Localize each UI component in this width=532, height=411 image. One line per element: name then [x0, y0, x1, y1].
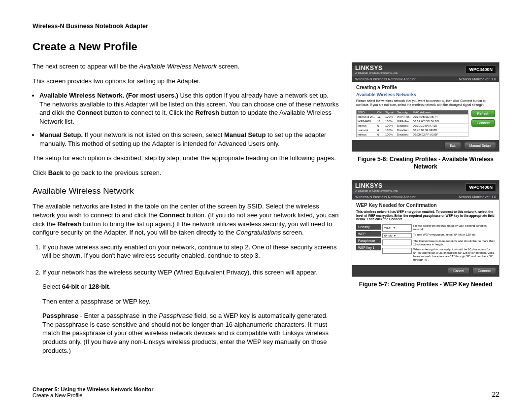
page-title: Create a New Profile	[33, 40, 499, 53]
then-enter: Then enter a passphrase or WEP key.	[42, 297, 340, 306]
wepkey1-label: WEP Key 1	[356, 245, 381, 250]
figure-5-6: LINKSYS A Division of Cisco Systems, Inc…	[352, 62, 499, 171]
table-row[interactable]: linksys6100%Disabled00:13:10:0A:47:15	[357, 123, 468, 128]
refresh-button[interactable]: Refresh	[471, 110, 495, 117]
passphrase-paragraph: Passphrase - Enter a passphrase in the P…	[42, 311, 340, 355]
passphrase-label: Passphrase	[356, 238, 381, 243]
security-select[interactable]: WEP	[382, 224, 412, 231]
figure-caption: Figure 5-7: Creating Profiles - WEP Key …	[352, 281, 499, 289]
footer-chapter: Chapter 5: Using the Wireless Network Mo…	[33, 386, 154, 392]
exit-button[interactable]: Exit	[444, 142, 461, 149]
step-1: If you have wireless security enabled on…	[42, 243, 340, 260]
table-row[interactable]: WAP4400...11100%WPA-Per...00:14:6C:DD:56…	[357, 119, 468, 123]
table-row[interactable]: linksys6100%Disabled00:C0:02:FF:A2:BF	[357, 132, 468, 137]
intro-1: The next screen to appear will be the Av…	[33, 62, 340, 71]
table-row[interactable]: linksys-g W...11100%WPA-Per...00:14:A5:5…	[357, 114, 468, 119]
figure-5-7: LINKSYS A Division of Cisco Systems, Inc…	[352, 180, 499, 288]
bullet-manual: Manual Setup. If your network is not lis…	[39, 131, 340, 148]
footer-section: Create a New Profile	[33, 392, 154, 398]
bullet-awn: Available Wireless Network. (For most us…	[39, 91, 340, 126]
connect-button[interactable]: Connect	[472, 267, 496, 274]
wep-bits-select[interactable]: 64-bit	[382, 233, 412, 238]
page-footer: Chapter 5: Using the Wireless Network Mo…	[33, 386, 499, 398]
table-row[interactable]: tsunami6100%Disabled00:40:96:34:9F:8D	[357, 128, 468, 132]
step-2: If your network has the wireless securit…	[42, 268, 340, 355]
manual-setup-button[interactable]: Manual Setup	[464, 142, 496, 149]
model-badge: WPC4400N	[466, 66, 496, 73]
intro-2: This screen provides two options for set…	[33, 77, 340, 86]
section-title: Available Wireless Networks	[356, 92, 495, 97]
brand-logo: LINKSYS	[355, 65, 383, 71]
instructions: Please select the wireless network that …	[356, 99, 495, 107]
dialog-title: Creating a Profile	[356, 85, 495, 90]
networks-table[interactable]: SSID CH Signal Security MAC Address link…	[356, 110, 468, 137]
security-label: Security	[356, 224, 381, 230]
brand-logo: LINKSYS	[355, 182, 383, 189]
sub-heading-awn: Available Wireless Network	[33, 186, 340, 197]
instructions: This wireless network has WEP encryption…	[356, 210, 495, 221]
model-badge: WPC4400N	[466, 183, 496, 191]
passphrase-input[interactable]	[382, 240, 412, 245]
figure-caption: Figure 5-6: Creating Profiles - Availabl…	[352, 156, 499, 171]
connect-button[interactable]: Connect	[471, 119, 495, 127]
page-number: 22	[492, 390, 499, 398]
cancel-button[interactable]: Cancel	[448, 267, 469, 274]
wep-label: WEP	[356, 231, 381, 237]
click-back: Click Back to go back to the previous sc…	[33, 169, 340, 177]
setup-line: The setup for each option is described, …	[33, 154, 340, 163]
wepkey1-input[interactable]	[382, 248, 412, 254]
awn-paragraph: The available networks are listed in the…	[33, 202, 340, 237]
select-bits: Select 64-bit or 128-bit.	[42, 282, 340, 291]
doc-header: Wireless-N Business Notebook Adapter	[33, 23, 499, 30]
dialog-title: WEP Key Needed for Confirmation	[356, 203, 495, 208]
main-text: The next screen to appear will be the Av…	[33, 62, 340, 363]
